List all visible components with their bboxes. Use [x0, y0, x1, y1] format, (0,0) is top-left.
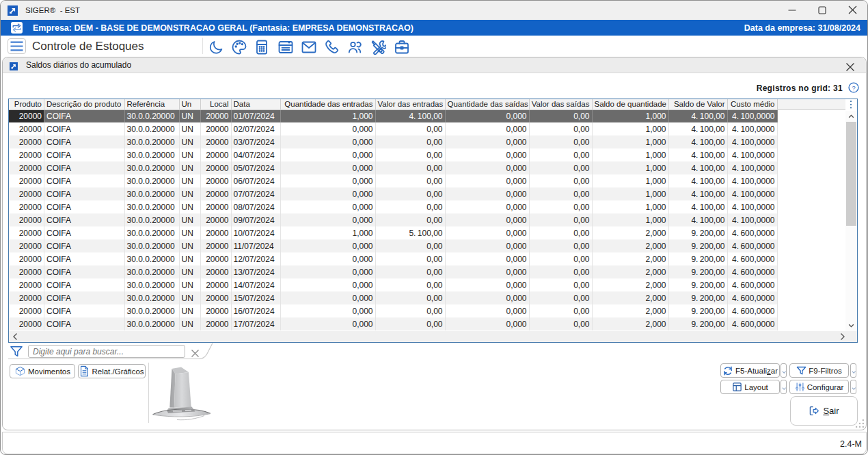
svg-text:?: ? — [852, 85, 855, 92]
